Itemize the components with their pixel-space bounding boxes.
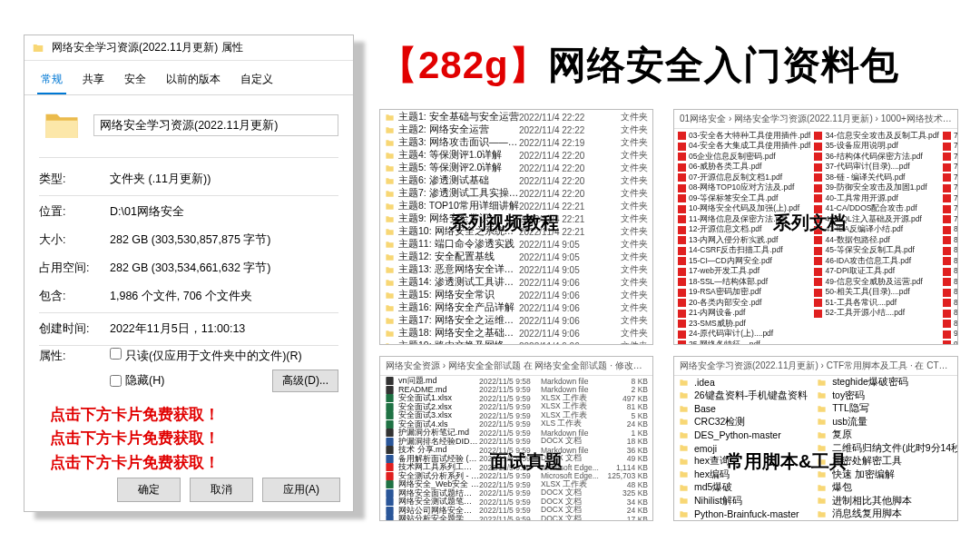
list-item[interactable]: vn问题.md2022/11/5 9:58Markdown file8 KB	[380, 377, 652, 386]
list-item[interactable]: 08-网络TOP10应对方法及.pdf	[678, 183, 810, 194]
list-item[interactable]: 15-CI—CD内网安全.pdf	[678, 256, 810, 267]
list-item[interactable]: hex编码	[674, 468, 812, 482]
cancel-button[interactable]: 取消	[190, 478, 253, 502]
list-item[interactable]: .idea	[674, 376, 812, 389]
list-item[interactable]: 49-信息安全威胁及运营.pdf	[814, 277, 938, 288]
list-item[interactable]: 72-远程反映.pdf	[943, 142, 958, 153]
list-item[interactable]: 26键盘资料-手机键盘资料	[674, 389, 812, 403]
list-item[interactable]: 90-相关工具(目录)....pdf	[943, 330, 958, 340]
list-item[interactable]: 46-IDA攻击信息工具.pdf	[814, 256, 938, 267]
list-item[interactable]: 快速 加密编解	[812, 468, 958, 482]
list-item[interactable]: 10-网络安全代码及加强(上).pdf	[678, 204, 810, 215]
list-item[interactable]: 主题3: 网络攻击面识——ATT&CK框架2022/11/4 22:19文件夹	[380, 136, 652, 149]
list-item[interactable]: 52-工具开源小结....pdf	[814, 309, 938, 320]
list-item[interactable]: 75-内容审计.pdf	[943, 172, 958, 183]
list-item[interactable]: 05企业信息反制密码.pdf	[678, 152, 810, 163]
list-item[interactable]: 82-类代码(二).pdf	[943, 246, 958, 257]
tab-general[interactable]: 常规	[37, 68, 66, 94]
advanced-button[interactable]: 高级(D)...	[272, 370, 338, 392]
list-item[interactable]: 主题13: 恶意网络安全详细讲解2022/11/4 9:05文件夹	[380, 263, 652, 276]
list-item[interactable]: 主题6: 渗透测试基础2022/11/4 22:20文件夹	[380, 174, 652, 187]
list-item[interactable]: 主题14: 渗透测试工具讲解与实战2022/11/4 9:06文件夹	[380, 276, 652, 289]
list-item[interactable]: 23-SMS威胁.pdf	[678, 319, 810, 330]
list-item[interactable]: 34-信息安全攻击及反制工具.pdf	[814, 131, 938, 142]
list-item[interactable]: DES_Python-master	[674, 429, 812, 442]
list-item[interactable]: 76-等保代码R (二).pdf	[943, 183, 958, 194]
list-item[interactable]: 91-版本子之理.pdf	[943, 340, 958, 345]
list-item[interactable]: 11-网络信息及保密方法.pdf	[678, 214, 810, 225]
list-item[interactable]: 20-各类内部安全.pdf	[678, 298, 810, 309]
list-item[interactable]: 网站分析安全题学习之法.docx2022/11/5 9:59DOCX 文档17 …	[380, 515, 652, 521]
list-item[interactable]: 主题11: 端口命令渗透实践2022/11/4 9:05文件夹	[380, 238, 652, 251]
list-item[interactable]: 主题4: 等保测评1.0详解2022/11/4 22:20文件夹	[380, 149, 652, 162]
list-item[interactable]: 消息线复用脚本	[812, 508, 958, 521]
list-item[interactable]: 09-等保标签安全工具.pdf	[678, 193, 810, 204]
folder-name-input[interactable]	[93, 114, 338, 136]
list-item[interactable]: 71-风险反映 (一).pdf	[943, 131, 958, 142]
list-item[interactable]: 44-数据包路径.pdf	[814, 235, 938, 246]
list-item[interactable]: 81-远程运营A.pdf	[943, 235, 958, 246]
list-item[interactable]: Nihilist解码	[674, 495, 812, 508]
list-item[interactable]: 80-内容审计.pdf	[943, 225, 958, 236]
checkbox-readonly[interactable]	[110, 348, 122, 360]
list-item[interactable]: 主题5: 等保测评2.0详解2022/11/4 22:20文件夹	[380, 162, 652, 174]
list-item[interactable]: 42-SQL注入基础及开源.pdf	[814, 214, 938, 225]
list-item[interactable]: 45-等保安全反制工具.pdf	[814, 246, 938, 257]
list-item[interactable]: 主题16: 网络安全产品详解2022/11/4 9:06文件夹	[380, 301, 652, 314]
list-item[interactable]: 50-相关工具(目录)....pdf	[814, 288, 938, 299]
list-item[interactable]: 12-开源信息文档.pdf	[678, 225, 810, 236]
list-item[interactable]: 37-代码审计(目录)....pdf	[814, 163, 938, 173]
list-item[interactable]: Base	[674, 402, 812, 416]
ok-button[interactable]: 确定	[117, 478, 181, 502]
list-item[interactable]: 二维码归纳文件(此时9分14秒)	[812, 442, 958, 456]
list-item[interactable]: 主题9: 网络安全常识2022/11/4 22:21文件夹	[380, 212, 652, 225]
list-item[interactable]: CRC32检测	[674, 416, 812, 429]
list-item[interactable]: 主题2: 网络安全运营2022/11/4 22:22文件夹	[380, 123, 652, 136]
list-item[interactable]: 47-DPI取证工具.pdf	[814, 267, 938, 278]
list-item[interactable]: 73-DPI加固开发 (二).pdf	[943, 152, 958, 163]
list-item[interactable]: 主题10: 网络安全之系统加固2022/11/4 22:21文件夹	[380, 225, 652, 238]
tab-security[interactable]: 安全	[121, 68, 150, 94]
tab-sharing[interactable]: 共享	[79, 68, 108, 94]
apply-button[interactable]: 应用(A)	[262, 478, 340, 502]
list-item[interactable]: 主题17: 网络安全之运维与升级2022/11/4 9:06文件夹	[380, 314, 652, 327]
list-item[interactable]: 主题19: 路由交换及网络设备应用2022/11/4 9:06文件夹	[380, 340, 652, 345]
checkbox-hidden[interactable]	[110, 375, 122, 387]
tab-customize[interactable]: 自定义	[237, 68, 277, 94]
list-item[interactable]: 加密处解密工具	[812, 455, 958, 468]
list-item[interactable]: 18-SSL—结构体部.pdf	[678, 277, 810, 288]
list-item[interactable]: 07-开源信息反制文档1.pdf	[678, 172, 810, 183]
list-item[interactable]: 83-运营介绍小结.pdf	[943, 256, 958, 267]
list-item[interactable]: 主题8: TOP10常用详细讲解2022/11/4 22:21文件夹	[380, 200, 652, 212]
list-item[interactable]: 36-结构体代码保密方法.pdf	[814, 152, 938, 163]
list-item[interactable]: 78-常用工具(二).pdf	[943, 204, 958, 215]
list-item[interactable]: 爆包	[812, 481, 958, 495]
list-item[interactable]: 03-安全各大特种工具使用插件.pdf	[678, 131, 810, 142]
list-item[interactable]: TTL隐写	[812, 402, 958, 416]
list-item[interactable]: emoji	[674, 442, 812, 456]
list-item[interactable]: 38-链 - 编译关代码.pdf	[814, 172, 938, 183]
list-item[interactable]: 爆破相关破解工具	[812, 521, 958, 522]
list-item[interactable]: 24-原代码审计(上)....pdf	[678, 330, 810, 340]
list-item[interactable]: 04-安全各大集成工具使用插件.pdf	[678, 142, 810, 153]
list-item[interactable]: 86-HOST取证工具.pdf	[943, 288, 958, 299]
list-item[interactable]: 88-常用开源反击.pdf	[943, 309, 958, 320]
list-item[interactable]: 主题12: 安全配置基线2022/11/4 9:05文件夹	[380, 251, 652, 263]
list-item[interactable]: 25-网络各特征....pdf	[678, 340, 810, 345]
list-item[interactable]: 87-网络信息设备及SQL注入.pdf	[943, 298, 958, 309]
list-item[interactable]: 13-内网入侵分析实践.pdf	[678, 235, 810, 246]
list-item[interactable]: md5爆破	[674, 481, 812, 495]
tab-previous-versions[interactable]: 以前的版本	[162, 68, 224, 94]
list-item[interactable]: 进制相比其他脚本	[812, 495, 958, 508]
list-item[interactable]: python-Pickle学习笔记	[674, 521, 812, 522]
list-item[interactable]: 06-威胁各类工具.pdf	[678, 163, 810, 173]
list-item[interactable]: 复原	[812, 429, 958, 442]
list-item[interactable]: usb流量	[812, 416, 958, 429]
list-item[interactable]: 14-CSRF反击扫描工具.pdf	[678, 246, 810, 257]
list-item[interactable]: 主题18: 网络安全之基础等级2022/11/4 9:06文件夹	[380, 327, 652, 340]
list-item[interactable]: 79-信息小结V附.pdf	[943, 214, 958, 225]
list-item[interactable]: 35-设备应用说明.pdf	[814, 142, 938, 153]
list-item[interactable]: 主题7: 渗透测试工具实操与实战2022/11/4 22:20文件夹	[380, 187, 652, 200]
list-item[interactable]: 21-内网设备.pdf	[678, 309, 810, 320]
list-item[interactable]: 51-工具各常识....pdf	[814, 298, 938, 309]
